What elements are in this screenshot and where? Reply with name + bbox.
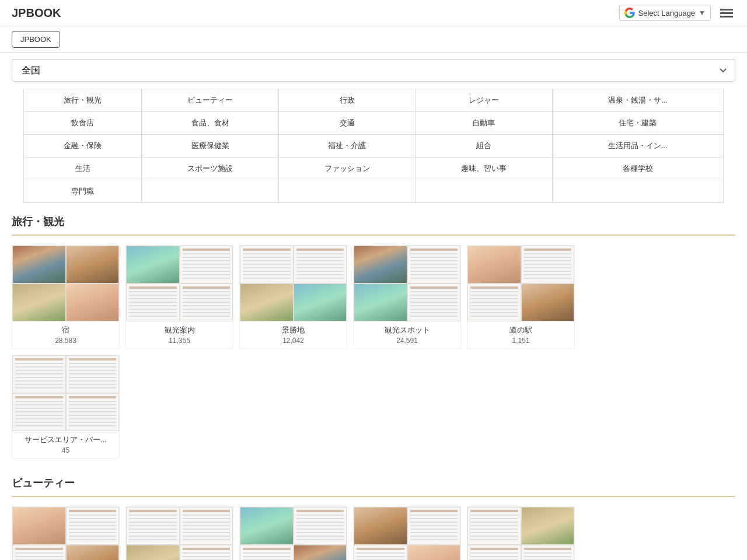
- category-cell[interactable]: 生活用品・イン...: [552, 135, 723, 158]
- card-kanko-annai-images: [126, 246, 233, 321]
- card-img: [354, 507, 407, 545]
- category-table-wrapper: 旅行・観光ビューティー行政レジャー温泉・銭湯・サ...飲食店食品、食材交通自動車…: [12, 89, 735, 203]
- card-img: [407, 507, 461, 545]
- card-kanko-spot-images: [354, 246, 460, 321]
- tabs-bar: JPBOOK: [0, 26, 747, 53]
- card-keishochi[interactable]: 景勝地 12,042: [239, 245, 347, 349]
- card-yado-name: 宿: [17, 325, 114, 335]
- card-img: [294, 246, 347, 284]
- card-img: [521, 246, 575, 284]
- beauty-card-4[interactable]: [353, 506, 461, 560]
- card-img: [126, 545, 180, 560]
- card-img: [354, 545, 407, 560]
- card-service-area-count: 45: [17, 446, 114, 454]
- header-right: Select Language ▼: [619, 5, 735, 21]
- category-cell[interactable]: 生活: [24, 158, 142, 180]
- category-cell[interactable]: 旅行・観光: [24, 89, 142, 112]
- beauty-section-title: ビューティー: [12, 476, 735, 490]
- card-kanko-spot[interactable]: 観光スポット 24,591: [353, 245, 461, 349]
- card-keishochi-count: 12,042: [245, 337, 342, 345]
- header: JPBOOK Select Language ▼: [0, 0, 747, 26]
- travel-section: 旅行・観光 宿 28,583 観光案内: [12, 215, 735, 459]
- beauty-card-3[interactable]: [239, 506, 347, 560]
- card-img: [66, 284, 120, 321]
- card-img: [126, 507, 180, 545]
- category-cell[interactable]: レジャー: [416, 89, 552, 112]
- card-img: [354, 284, 407, 321]
- card-kanko-spot-count: 24,591: [358, 337, 456, 345]
- card-yado-images: [12, 246, 119, 321]
- category-cell[interactable]: 専門職: [24, 180, 142, 203]
- card-img: [467, 284, 521, 321]
- site-logo[interactable]: JPBOOK: [12, 6, 61, 20]
- card-img: [12, 246, 66, 284]
- card-service-area[interactable]: サービスエリア・パー... 45: [12, 355, 120, 459]
- card-img: [407, 545, 461, 560]
- card-service-area-name: サービスエリア・パー...: [17, 435, 114, 445]
- card-img: [12, 545, 66, 560]
- card-img: [240, 284, 294, 321]
- list-view-icon[interactable]: [718, 6, 735, 20]
- region-selector: 全国 北海道 東北 関東 中部 近畿 中国 四国 九州 沖縄: [12, 59, 735, 82]
- card-michinoeki-count: 1,151: [472, 337, 570, 345]
- card-kanko-annai[interactable]: 観光案内 11,355: [125, 245, 233, 349]
- category-cell: [416, 180, 552, 203]
- chevron-down-icon: ▼: [699, 9, 706, 17]
- card-img: [467, 246, 521, 284]
- card-img: [180, 284, 233, 321]
- category-cell[interactable]: 趣味、習い事: [416, 158, 552, 180]
- category-cell[interactable]: 飲食店: [24, 112, 142, 135]
- category-cell[interactable]: 各種学校: [552, 158, 723, 180]
- category-cell[interactable]: 福祉・介護: [278, 135, 415, 158]
- card-kanko-spot-info: 観光スポット 24,591: [354, 321, 460, 348]
- category-cell[interactable]: 交通: [278, 112, 415, 135]
- language-selector[interactable]: Select Language ▼: [619, 5, 711, 21]
- travel-cards: 宿 28,583 観光案内 11,355: [12, 245, 735, 349]
- card-yado[interactable]: 宿 28,583: [12, 245, 120, 349]
- card-img: [467, 507, 521, 545]
- card-michinoeki-info: 道の駅 1,151: [467, 321, 574, 348]
- travel-cards-row2: サービスエリア・パー... 45: [12, 355, 735, 459]
- category-cell[interactable]: ビューティー: [142, 89, 278, 112]
- card-img: [126, 284, 180, 321]
- card-img: [180, 246, 233, 284]
- tab-jpbook[interactable]: JPBOOK: [12, 31, 60, 48]
- beauty-section: ビューティー: [12, 476, 735, 560]
- card-img: [294, 545, 347, 560]
- category-cell[interactable]: 行政: [278, 89, 415, 112]
- card-img: [240, 545, 294, 560]
- category-cell[interactable]: 自動車: [416, 112, 552, 135]
- card-img: [354, 246, 407, 284]
- card-img: [12, 507, 66, 545]
- card-img: [521, 507, 575, 545]
- region-select[interactable]: 全国 北海道 東北 関東 中部 近畿 中国 四国 九州 沖縄: [12, 59, 735, 82]
- beauty-card-1[interactable]: [12, 506, 120, 560]
- card-img: [294, 284, 347, 321]
- card-michinoeki-name: 道の駅: [472, 325, 570, 335]
- category-cell[interactable]: 医療保健業: [142, 135, 278, 158]
- card-img: [180, 545, 233, 560]
- card-img: [240, 246, 294, 284]
- category-cell[interactable]: 食品、食材: [142, 112, 278, 135]
- beauty-card-2[interactable]: [125, 506, 233, 560]
- category-cell[interactable]: スポーツ施設: [142, 158, 278, 180]
- card-michinoeki[interactable]: 道の駅 1,151: [467, 245, 575, 349]
- card-img: [66, 246, 120, 284]
- card-yado-info: 宿 28,583: [12, 321, 119, 348]
- card-img: [521, 284, 575, 321]
- beauty-card-5[interactable]: [467, 506, 575, 560]
- category-cell[interactable]: 金融・保険: [24, 135, 142, 158]
- card-img: [12, 284, 66, 321]
- card-keishochi-name: 景勝地: [245, 325, 342, 335]
- card-img: [407, 246, 461, 284]
- card-kanko-annai-name: 観光案内: [131, 325, 228, 335]
- category-cell[interactable]: 温泉・銭湯・サ...: [552, 89, 723, 112]
- card-img: [294, 507, 347, 545]
- category-cell[interactable]: 住宅・建築: [552, 112, 723, 135]
- card-img: [126, 246, 180, 284]
- category-cell[interactable]: 組合: [416, 135, 552, 158]
- card-service-area-images: [12, 355, 119, 431]
- language-label: Select Language: [638, 9, 696, 18]
- beauty-divider: [12, 496, 735, 497]
- category-cell[interactable]: ファッション: [278, 158, 415, 180]
